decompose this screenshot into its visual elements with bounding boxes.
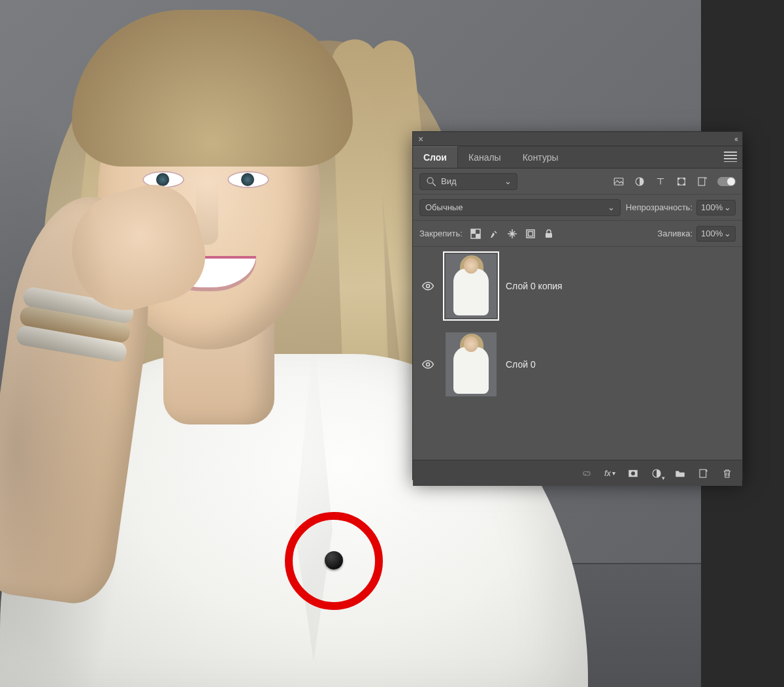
filter-toggle[interactable] xyxy=(717,177,736,186)
svg-point-6 xyxy=(683,178,685,179)
layer-blend-row: Обычные ⌄ Непрозрачность: 100% ⌄ xyxy=(413,195,742,221)
panel-tabbar: Слои Каналы Контуры xyxy=(413,146,742,168)
fill-value: 100% xyxy=(701,229,723,238)
layer-filter-dropdown[interactable]: Вид ⌄ xyxy=(419,173,517,190)
chevron-down-icon: ⌄ xyxy=(504,176,512,186)
filter-shape-icon[interactable] xyxy=(676,176,687,187)
tab-layers[interactable]: Слои xyxy=(413,146,458,168)
panel-menu-icon[interactable] xyxy=(724,152,737,162)
svg-point-17 xyxy=(427,363,430,366)
new-group-icon[interactable] xyxy=(674,468,686,479)
photo-eye xyxy=(227,171,269,188)
eye-icon xyxy=(421,280,434,293)
opacity-label: Непрозрачность: xyxy=(626,202,693,212)
svg-rect-14 xyxy=(528,231,532,236)
layer-row[interactable]: Слой 0 xyxy=(413,325,742,404)
svg-rect-11 xyxy=(471,229,476,234)
lock-pixels-icon[interactable] xyxy=(489,229,499,239)
close-icon[interactable]: × xyxy=(413,134,429,144)
lock-position-icon[interactable] xyxy=(507,229,517,239)
svg-point-5 xyxy=(678,178,679,179)
lock-all-icon[interactable] xyxy=(544,229,554,239)
svg-rect-12 xyxy=(476,234,480,238)
layer-lock-row: Закрепить: Заливка: 100% ⌄ xyxy=(413,221,742,247)
layers-panel[interactable]: × ‹‹ Слои Каналы Контуры Вид ⌄ Обычные xyxy=(412,131,743,480)
blend-mode-value: Обычные xyxy=(425,202,463,212)
lock-label: Закрепить: xyxy=(419,229,463,238)
tab-paths[interactable]: Контуры xyxy=(512,146,570,168)
tab-channels[interactable]: Каналы xyxy=(458,146,512,168)
new-adjustment-layer-icon[interactable]: ▾ xyxy=(651,468,662,479)
chevron-down-icon: ⌄ xyxy=(724,229,731,238)
layer-row[interactable]: Слой 0 копия xyxy=(413,247,742,325)
chevron-down-icon: ⌄ xyxy=(608,202,615,212)
svg-point-16 xyxy=(427,285,430,288)
delete-layer-icon[interactable] xyxy=(721,468,733,479)
svg-point-0 xyxy=(427,178,433,184)
lock-artboard-icon[interactable] xyxy=(525,229,536,239)
search-icon xyxy=(425,176,437,187)
layer-thumbnail[interactable] xyxy=(446,254,497,318)
filter-adjustment-icon[interactable] xyxy=(634,176,645,187)
svg-line-1 xyxy=(433,183,436,186)
svg-rect-21 xyxy=(700,470,706,477)
svg-point-7 xyxy=(678,184,679,185)
photo-jacket-button xyxy=(325,551,343,569)
layer-name[interactable]: Слой 0 копия xyxy=(506,281,563,291)
link-layers-icon[interactable] xyxy=(581,468,593,479)
opacity-input[interactable]: 100% ⌄ xyxy=(696,200,736,216)
lock-transparency-icon[interactable] xyxy=(470,229,481,239)
filter-type-icon[interactable] xyxy=(655,176,666,187)
fill-input[interactable]: 100% ⌄ xyxy=(696,226,736,242)
layer-thumbnail[interactable] xyxy=(446,332,497,396)
layer-filter-row: Вид ⌄ xyxy=(413,168,742,195)
svg-point-8 xyxy=(683,184,685,185)
svg-rect-15 xyxy=(546,233,552,238)
chevron-down-icon: ⌄ xyxy=(724,202,731,212)
layer-effects-button[interactable]: fx▾ xyxy=(604,468,615,478)
layer-name[interactable]: Слой 0 xyxy=(506,359,536,370)
blend-mode-dropdown[interactable]: Обычные ⌄ xyxy=(419,199,621,216)
panel-titlebar[interactable]: × ‹‹ xyxy=(413,132,742,146)
collapse-panel-icon[interactable]: ‹‹ xyxy=(734,135,737,144)
layers-panel-footer: fx▾ ▾ xyxy=(413,460,742,486)
fill-label: Заливка: xyxy=(657,229,693,238)
add-mask-icon[interactable] xyxy=(627,468,639,479)
layers-list[interactable]: Слой 0 копия Слой 0 xyxy=(413,247,742,460)
svg-rect-9 xyxy=(698,178,705,185)
eye-icon xyxy=(421,358,434,371)
photo-shadow xyxy=(0,0,157,687)
svg-point-19 xyxy=(631,471,635,475)
layer-filter-label: Вид xyxy=(441,176,457,186)
opacity-value: 100% xyxy=(701,202,723,212)
visibility-toggle[interactable] xyxy=(419,278,436,295)
visibility-toggle[interactable] xyxy=(419,356,436,373)
filter-pixel-icon[interactable] xyxy=(613,176,625,187)
new-layer-icon[interactable] xyxy=(698,468,710,479)
filter-smartobject-icon[interactable] xyxy=(696,176,708,187)
